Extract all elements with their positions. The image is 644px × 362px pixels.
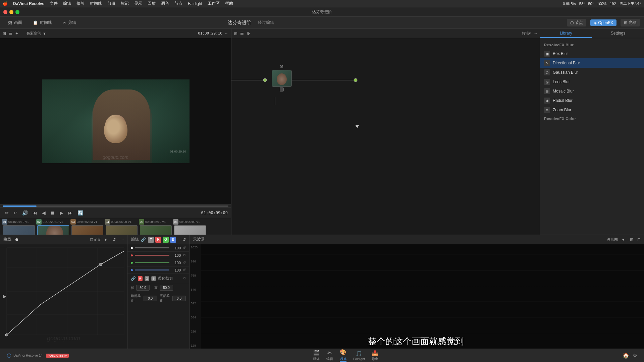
node-toolbar-options[interactable]: ··· — [534, 31, 537, 36]
node-editor-canvas[interactable]: 01 — [231, 38, 540, 248]
library-tab[interactable]: Library — [540, 29, 592, 38]
curves-mode[interactable]: 自定义 — [90, 237, 101, 242]
nav-tab-media[interactable]: 🖼 画面 — [4, 18, 26, 27]
undo-icon[interactable]: ↩ — [12, 209, 19, 216]
taskbar-fairlight[interactable]: 🎵 Fairlight — [353, 350, 365, 361]
r-slider[interactable] — [135, 255, 169, 256]
waveform-view2[interactable]: ⊡ — [637, 237, 641, 242]
go-end-icon[interactable]: ⏭ — [67, 209, 74, 216]
apple-menu[interactable]: 🍎 — [3, 1, 8, 6]
maximize-button[interactable] — [15, 10, 19, 14]
soften-g-btn[interactable]: G — [145, 276, 149, 281]
loop-icon[interactable]: 🔄 — [76, 209, 85, 216]
openfx-button[interactable]: ◈ OpenFX — [590, 19, 616, 26]
nav-tab-edit[interactable]: ✂ 剪辑 — [59, 18, 80, 27]
menu-color[interactable]: 调色 — [161, 1, 169, 6]
effect-lens-blur[interactable]: ◎ Lens Blur — [540, 77, 644, 86]
label-384: 384 — [191, 316, 200, 319]
settings-tab[interactable]: Settings — [592, 29, 644, 38]
g-channel-btn[interactable]: G — [163, 237, 169, 243]
node-list-icon[interactable]: ☰ — [240, 31, 244, 36]
svg-point-4 — [354, 78, 357, 82]
playhead-bar[interactable] — [3, 205, 228, 207]
menu-timeline[interactable]: 时间线 — [90, 1, 102, 6]
menu-trim[interactable]: 修剪 — [76, 1, 85, 6]
menu-help[interactable]: 帮助 — [225, 1, 233, 6]
node-tool-icon[interactable]: ⊞ — [234, 31, 237, 36]
curves-canvas[interactable]: gogoup.com — [0, 244, 127, 349]
soften-reset[interactable]: ↺ — [183, 276, 186, 281]
menu-workspace[interactable]: 工作区 — [208, 1, 220, 6]
menu-edit[interactable]: 编辑 — [63, 1, 71, 6]
dark-value-field[interactable] — [144, 296, 157, 301]
effect-box-blur[interactable]: ▣ Box Blur — [540, 49, 644, 58]
lightbox-button[interactable]: ⊞ 光箱 — [621, 19, 640, 26]
taskbar-edit[interactable]: ✂ 编辑 — [326, 350, 333, 361]
effect-zoom-blur[interactable]: ⊕ Zoom Blur — [540, 105, 644, 115]
y-slider[interactable] — [135, 247, 169, 248]
draw-tool-icon[interactable]: ✏ — [3, 209, 10, 216]
effect-mosaic-blur[interactable]: ⊞ Mosaic Blur — [540, 86, 644, 96]
settings-icon[interactable]: ✦ — [15, 31, 18, 36]
color-space-dropdown[interactable]: ▼ — [43, 32, 46, 36]
preview-options[interactable]: ··· — [225, 31, 228, 36]
taskbar-media[interactable]: 🎬 媒体 — [313, 350, 320, 361]
timecode-display-preview[interactable]: 01:00:29:10 — [198, 31, 222, 36]
link-icon[interactable]: 🔗 — [141, 237, 146, 242]
gear-icon[interactable]: ⚙ — [633, 352, 637, 359]
taskbar-deliver[interactable]: 📤 导出 — [372, 350, 378, 361]
menu-mark[interactable]: 标记 — [121, 1, 129, 6]
bright-value-field[interactable] — [172, 296, 186, 301]
audio-icon[interactable]: 🔊 — [21, 209, 29, 216]
close-button[interactable] — [3, 10, 7, 14]
curves-dropdown[interactable]: ▼ — [104, 237, 108, 242]
reset-icon[interactable]: ↺ — [182, 237, 186, 242]
node-view-button[interactable]: ⬡ 节点 — [567, 19, 586, 26]
menu-file[interactable]: 文件 — [50, 1, 58, 6]
r-channel-btn[interactable]: R — [155, 237, 161, 243]
menu-fairlight[interactable]: Fairlight — [188, 1, 202, 6]
node-01[interactable]: 01 — [272, 65, 292, 87]
video-preview-area[interactable]: gogoup.com 01:00:29:10 — [0, 38, 231, 204]
waveform-dropdown[interactable]: ▼ — [621, 237, 625, 242]
menu-node[interactable]: 节点 — [174, 1, 182, 6]
g-slider[interactable] — [135, 262, 169, 263]
b-slider[interactable] — [135, 269, 169, 270]
go-start-icon[interactable]: ⏮ — [31, 209, 39, 216]
list-view-icon[interactable]: ☰ — [9, 31, 12, 36]
menu-display[interactable]: 显示 — [134, 1, 142, 6]
app-name[interactable]: DaVinci Resolve — [13, 1, 44, 6]
nav-tab-timeline[interactable]: 📋 时间线 — [29, 18, 56, 27]
g-reset[interactable]: ↺ — [183, 260, 186, 265]
soften-b-btn[interactable]: B — [151, 276, 156, 281]
play-icon[interactable]: ▶ — [58, 209, 65, 216]
node-settings-icon[interactable]: ⚙ — [247, 31, 250, 36]
r-reset[interactable]: ↺ — [183, 253, 186, 257]
curves-refresh[interactable]: ↺ — [112, 237, 116, 242]
minimize-button[interactable] — [9, 10, 13, 14]
y-reset[interactable]: ↺ — [183, 246, 186, 250]
edit-nav-icon: ✂ — [63, 20, 66, 25]
grid-view-icon[interactable]: ⊞ — [3, 31, 6, 36]
b-channel-btn[interactable]: B — [170, 237, 176, 243]
waveform-view1[interactable]: ⊞ — [630, 237, 633, 242]
dark-label: 暗部柔化 — [131, 294, 142, 303]
curves-more[interactable]: ··· — [120, 237, 124, 242]
soften-r-btn[interactable]: R — [138, 276, 143, 281]
home-icon[interactable]: 🏠 — [623, 352, 629, 359]
prev-frame-icon[interactable]: ◀ — [41, 209, 47, 216]
menu-playback[interactable]: 回放 — [148, 1, 156, 6]
effect-radial-blur[interactable]: ◉ Radial Blur — [540, 96, 644, 105]
taskbar-color[interactable]: 🎨 调色 — [340, 349, 346, 362]
waveform-type[interactable]: 波形图 — [607, 237, 618, 242]
b-reset[interactable]: ↺ — [183, 268, 186, 272]
zoom-blur-icon: ⊕ — [544, 107, 550, 113]
high-value-field[interactable] — [160, 285, 173, 291]
project-subtitle[interactable]: 经过编辑 — [258, 20, 274, 25]
stop-icon[interactable]: ⏹ — [49, 209, 56, 216]
low-value-field[interactable] — [136, 285, 150, 291]
y-channel-btn[interactable]: Y — [148, 237, 154, 243]
effect-gaussian-blur[interactable]: ⬡ Gaussian Blur — [540, 68, 644, 77]
menu-clip[interactable]: 剪辑 — [107, 1, 115, 6]
effect-directional-blur[interactable]: ⤡ Directional Blur — [540, 58, 644, 68]
